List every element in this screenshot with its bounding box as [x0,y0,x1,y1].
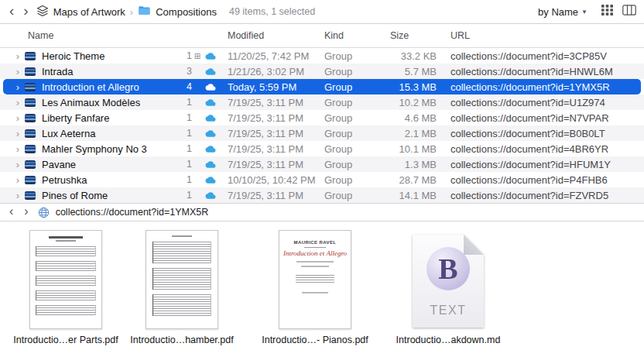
row-count-label: 1 [173,97,192,108]
cloud-icon [203,191,218,201]
row-name-label: Les Animaux Modèles [42,97,173,108]
table-row[interactable]: › Heroic Theme 1 ⊞ 11/20/25, 7:42 PM Gro… [0,48,644,64]
row-kind-label: Group [320,112,389,124]
row-modified-label: 7/19/25, 3:11 PM [218,159,320,170]
row-url-label: collections://document?id=HFUM1Y [437,159,644,170]
artwork-doc-icon [25,145,36,153]
file-thumbnail-pianos-pdf[interactable]: MAURICE RAVEL Introduction et Allegro In… [257,228,373,345]
file-thumbnail-parts-pdf[interactable]: Introductio…er Parts.pdf [8,228,124,345]
table-row[interactable]: › Pavane 1 7/19/25, 3:11 PM Group 1.3 MB… [0,156,644,172]
work-title-text: Introduction et Allegro [282,250,348,258]
column-header-kind[interactable]: Kind [320,30,389,41]
composer-text: MAURICE RAVEL [279,240,351,245]
artwork-doc-icon [25,191,36,200]
column-view-icon[interactable] [622,5,636,19]
cloud-icon [203,82,218,92]
preview-forward-button[interactable]: › [22,205,29,218]
pdf-page-preview [29,230,102,329]
row-name-label: Lux Aeterna [42,128,173,139]
bbedit-b-badge: B [426,247,470,290]
breadcrumb-label: Compositions [156,6,217,18]
table-row[interactable]: › Liberty Fanfare 1 7/19/25, 3:11 PM Gro… [0,110,644,125]
maps-stack-icon [36,5,49,19]
markdown-file-icon: B TEXT [413,235,484,328]
row-url-label: collections://document?id=B0B0LT [437,128,644,139]
row-kind-label: Group [320,50,389,62]
disclosure-chevron-icon[interactable]: › [11,82,25,92]
preview-url: collections://document?id=1YMX5R [56,207,209,218]
cloud-icon [203,175,218,185]
row-name-label: Pavane [42,159,173,170]
row-modified-label: 7/19/25, 3:11 PM [218,128,320,139]
row-kind-label: Group [320,159,389,170]
row-kind-label: Group [320,66,389,77]
chevron-right-icon: › [130,6,133,18]
cloud-icon [203,98,218,108]
row-name-label: Liberty Fanfare [42,112,173,124]
table-row[interactable]: › Mahler Symphony No 3 1 7/19/25, 3:11 P… [0,141,644,156]
row-count-label: 3 [173,66,192,77]
row-count-label: 1 [173,174,192,185]
artwork-doc-icon [25,83,36,91]
table-row[interactable]: › Introduction et Allegro 4 Today, 5:59 … [0,79,644,94]
row-modified-label: Today, 5:59 PM [218,81,320,93]
row-size-label: 2.1 MB [389,128,437,139]
globe-icon [38,207,50,218]
table-row[interactable]: › Petrushka 1 10/10/25, 10:42 PM Group 2… [0,172,644,187]
artwork-doc-icon [25,176,36,184]
row-kind-label: Group [320,174,389,186]
row-kind-label: Group [320,190,389,201]
row-modified-label: 11/20/25, 7:42 PM [218,50,320,62]
sort-dropdown[interactable]: by Name ▼ [538,6,587,18]
page-fold-corner [464,235,484,255]
column-header-name[interactable]: Name [0,30,218,41]
preview-back-button[interactable]: ‹ [8,205,15,218]
file-label: Introductio…- Pianos.pdf [262,335,368,345]
disclosure-chevron-icon[interactable]: › [11,67,25,77]
disclosure-chevron-icon[interactable]: › [11,98,25,108]
column-header-url[interactable]: URL [437,30,644,41]
cloud-icon [203,67,218,77]
table-row[interactable]: › Les Animaux Modèles 1 7/19/25, 3:11 PM… [0,94,644,110]
column-header-size[interactable]: Size [389,30,437,41]
folder-icon [138,5,151,18]
file-thumbnail-chamber-pdf[interactable]: Introductio…hamber.pdf [124,228,240,345]
row-modified-label: 7/19/25, 3:11 PM [218,143,320,155]
row-modified-label: 10/10/25, 10:42 PM [218,174,320,186]
row-modified-label: 1/21/26, 3:02 PM [218,66,320,77]
artwork-doc-icon [25,160,36,169]
grid-view-icon[interactable] [601,5,613,19]
disclosure-chevron-icon[interactable]: › [11,129,25,139]
breadcrumb-compositions[interactable]: Compositions [138,5,217,18]
row-size-label: 1.3 MB [389,159,437,170]
table-row[interactable]: › Pines of Rome 1 7/19/25, 3:11 PM Group… [0,187,644,203]
back-button[interactable]: ‹ [8,3,15,18]
breadcrumb-maps-of-artwork[interactable]: Maps of Artwork [36,5,125,19]
disclosure-chevron-icon[interactable]: › [11,144,25,154]
row-name-label: Heroic Theme [42,50,173,62]
file-thumbnail-markdown[interactable]: B TEXT Introductio…akdown.md [390,228,506,345]
table-row[interactable]: › Lux Aeterna 1 7/19/25, 3:11 PM Group 2… [0,125,644,141]
preview-toolbar: ‹ › collections://document?id=1YMX5R [0,203,644,221]
cloud-icon [203,51,218,61]
status-text: 49 items, 1 selected [229,6,315,17]
row-modified-label: 7/19/25, 3:11 PM [218,97,320,108]
disclosure-chevron-icon[interactable]: › [11,191,25,201]
row-kind-label: Group [320,128,389,139]
row-url-label: collections://document?id=HNWL6M [437,66,644,77]
disclosure-chevron-icon[interactable]: › [11,175,25,185]
row-size-label: 10.2 MB [389,97,437,108]
cloud-icon [203,113,218,123]
disclosure-chevron-icon[interactable]: › [11,160,25,170]
table-row[interactable]: › Intrada 3 1/21/26, 3:02 PM Group 5.7 M… [0,64,644,79]
file-list: › Heroic Theme 1 ⊞ 11/20/25, 7:42 PM Gro… [0,48,644,203]
row-count-label: 1 [173,128,192,139]
row-count-label: 1 [173,50,192,61]
column-header-modified[interactable]: Modified [218,30,320,41]
forward-button[interactable]: › [22,3,29,18]
row-size-label: 5.7 MB [389,66,437,77]
disclosure-chevron-icon[interactable]: › [11,51,25,61]
disclosure-chevron-icon[interactable]: › [11,113,25,123]
table-header: Name Modified Kind Size URL [0,24,644,48]
row-name-label: Petrushka [42,174,173,186]
